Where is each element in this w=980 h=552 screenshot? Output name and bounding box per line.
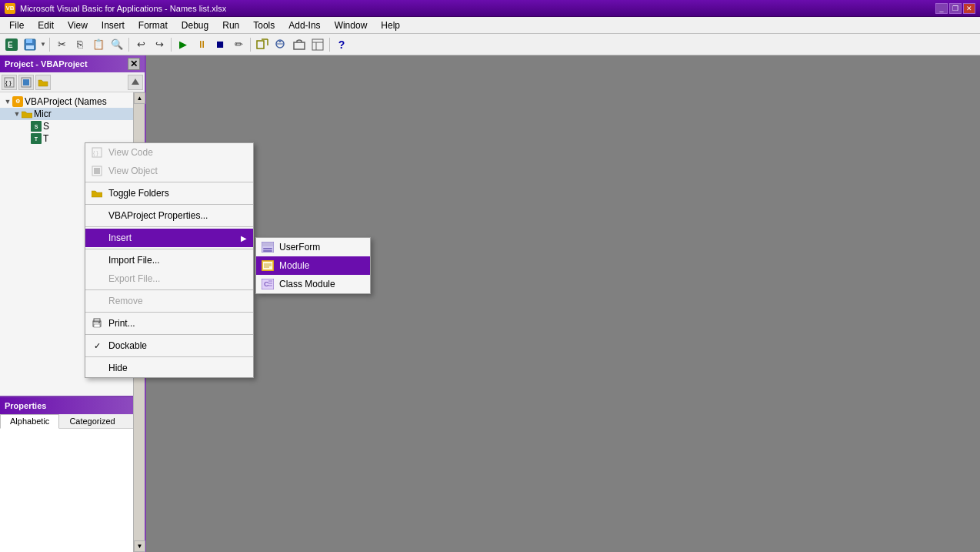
menu-file[interactable]: File (3, 18, 30, 33)
title-text: Microsoft Visual Basic for Applications … (20, 4, 935, 13)
menu-edit[interactable]: Edit (32, 18, 60, 33)
insert-submenu: UserForm Module C Class Module (255, 237, 371, 294)
menu-window[interactable]: Window (328, 18, 374, 33)
tree-thisworkbook-label: T (43, 133, 48, 144)
ctx-insert[interactable]: Insert ▶ (85, 229, 253, 247)
separator-2 (128, 38, 129, 52)
tree-vbaproject[interactable]: ▼ ⚙ VBAProject (Names (0, 95, 145, 108)
menu-format[interactable]: Format (132, 18, 174, 33)
menu-tools[interactable]: Tools (247, 18, 281, 33)
separator-5 (329, 38, 330, 52)
toolbar: E ▼ ✂ ⎘ 📋 🔍 ↩ ↪ ▶ ⏸ ⏹ ✏ (0, 34, 980, 55)
context-menu: { } View Code View Object Toggle Folders… (85, 142, 254, 378)
ctx-vbaproject-props-label: VBAProject Properties... (108, 210, 208, 221)
toolbar-excel-btn[interactable]: E (3, 36, 20, 53)
ctx-insert-label: Insert (108, 233, 132, 243)
toolbar-propwin-btn[interactable] (309, 36, 326, 53)
properties-header: Properties (0, 397, 145, 414)
toggle-folders-icon (90, 186, 104, 200)
tree-expand-root[interactable]: ▼ (3, 97, 12, 106)
view-object-icon (90, 164, 104, 178)
panel-folder-btn[interactable] (35, 75, 51, 90)
toolbar-find-btn[interactable]: 🔍 (108, 36, 125, 53)
ctx-remove[interactable]: Remove (85, 292, 253, 310)
toolbar-undo-btn[interactable]: ↩ (132, 36, 149, 53)
menu-help[interactable]: Help (375, 18, 406, 33)
svg-rect-22 (94, 168, 100, 174)
ctx-sep-1 (85, 182, 253, 182)
toolbar-objbrowse-btn[interactable] (272, 36, 289, 53)
tree-expand-excel[interactable]: ▼ (12, 109, 22, 119)
toolbar-paste-btn[interactable]: 📋 (90, 36, 107, 53)
panel-toolbar: { } (0, 72, 145, 92)
ctx-remove-label: Remove (108, 296, 143, 306)
folder-icon (22, 109, 32, 119)
tree-sheet1[interactable]: S S (0, 120, 145, 132)
menu-view[interactable]: View (62, 18, 94, 33)
ctx-view-object[interactable]: View Object (85, 162, 253, 180)
toolbar-projectex-btn[interactable] (254, 36, 271, 53)
ctx-dockable[interactable]: ✓ Dockable (85, 336, 253, 355)
menu-insert[interactable]: Insert (95, 18, 131, 33)
toolbar-copy-btn[interactable]: ⎘ (72, 36, 88, 53)
toolbar-reset-btn[interactable]: ⏹ (212, 36, 228, 53)
svg-rect-17 (23, 79, 29, 85)
close-button[interactable]: ✕ (963, 3, 975, 14)
toolbar-toolbox-btn[interactable] (291, 36, 308, 53)
ctx-vbaproject-props[interactable]: VBAProject Properties... (85, 206, 253, 225)
ctx-sep-7 (85, 334, 253, 335)
svg-text:{ }: { } (93, 150, 98, 156)
properties-panel: Properties Alphabetic Categorized (0, 396, 145, 552)
menu-bar: File Edit View Insert Format Debug Run T… (0, 17, 980, 34)
svg-rect-25 (94, 324, 100, 327)
ctx-print[interactable]: Print... (85, 314, 253, 333)
ctx-hide[interactable]: Hide (85, 359, 253, 377)
tab-categorized[interactable]: Categorized (59, 414, 125, 428)
userform-icon (261, 240, 275, 254)
toolbar-save-btn[interactable] (22, 36, 38, 53)
sheet1-icon: S (31, 121, 42, 132)
tree-excel-folder[interactable]: ▼ Micr (0, 108, 145, 120)
tab-alphabetic[interactable]: Alphabetic (0, 414, 59, 429)
view-code-icon: { } (90, 146, 104, 159)
properties-title: Properties (5, 401, 46, 410)
toolbar-break-btn[interactable]: ⏸ (193, 36, 210, 53)
svg-text:E: E (8, 41, 13, 49)
scroll-down-btn[interactable]: ▼ (134, 540, 145, 552)
ctx-toggle-folders[interactable]: Toggle Folders (85, 184, 253, 202)
sub-class-module[interactable]: C Class Module (256, 275, 370, 293)
module-icon (261, 259, 275, 273)
toolbar-redo-btn[interactable]: ↪ (151, 36, 168, 53)
main-area (146, 55, 980, 552)
tree-excel-folder-label: Micr (34, 109, 52, 119)
toolbar-run-btn[interactable]: ▶ (175, 36, 192, 53)
panel-view-code-btn[interactable]: { } (2, 75, 17, 90)
ctx-import-file[interactable]: Import File... (85, 251, 253, 269)
toolbar-cut-btn[interactable]: ✂ (53, 36, 70, 53)
toolbar-help-btn[interactable]: ? (333, 36, 350, 53)
svg-text:C: C (264, 280, 269, 288)
ctx-hide-label: Hide (108, 363, 128, 373)
menu-debug[interactable]: Debug (175, 18, 215, 33)
sub-module[interactable]: Module (256, 256, 370, 275)
panel-view-obj-btn[interactable] (18, 75, 34, 90)
svg-rect-10 (294, 42, 305, 49)
sub-userform[interactable]: UserForm (256, 238, 370, 256)
toolbar-save-dropdown[interactable]: ▼ (40, 36, 46, 53)
scroll-up-btn[interactable]: ▲ (134, 92, 145, 104)
separator-1 (49, 38, 50, 52)
svg-rect-28 (262, 243, 273, 246)
project-panel-title: Project - VBAProject (5, 59, 88, 69)
menu-run[interactable]: Run (216, 18, 245, 33)
ctx-view-code[interactable]: { } View Code (85, 143, 253, 162)
ctx-export-file[interactable]: Export File... (85, 269, 253, 288)
project-panel-close[interactable]: ✕ (128, 58, 140, 70)
restore-button[interactable]: ❐ (949, 3, 962, 14)
toolbar-design-btn[interactable]: ✏ (230, 36, 247, 53)
menu-addins[interactable]: Add-Ins (282, 18, 326, 33)
svg-marker-18 (132, 79, 139, 85)
svg-rect-4 (26, 45, 34, 49)
minimize-button[interactable]: _ (935, 3, 948, 14)
svg-rect-11 (312, 39, 323, 50)
panel-scroll-up-btn[interactable] (128, 75, 143, 90)
